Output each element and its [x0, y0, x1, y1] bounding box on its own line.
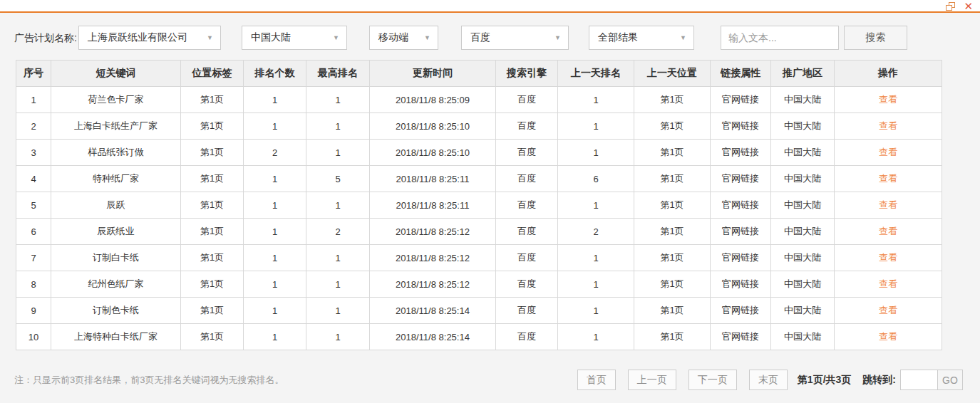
footnote: 注：只显示前3页排名结果，前3页无排名关键词视为无搜索排名。 — [14, 374, 284, 387]
table-row: 8 纪州色纸厂家 第1页 1 1 2018/11/8 8:25:12 百度 1 … — [16, 271, 942, 298]
restore-window-icon[interactable] — [946, 2, 955, 11]
cell-prev-day-rank: 6 — [558, 166, 634, 192]
region-dropdown-value: 中国大陆 — [251, 31, 291, 44]
engine-dropdown-value: 百度 — [470, 31, 490, 44]
cell-prev-day-position: 第1页 — [634, 298, 711, 324]
last-page-button[interactable]: 末页 — [749, 370, 788, 390]
cell-update-time: 2018/11/8 8:25:12 — [370, 219, 496, 245]
cell-keyword: 订制白卡纸 — [51, 245, 181, 271]
cell-action: 查看 — [835, 113, 942, 140]
cell-position-tag: 第1页 — [181, 298, 244, 324]
cell-update-time: 2018/11/8 8:25:09 — [370, 87, 496, 113]
chevron-down-icon: ▼ — [680, 34, 686, 41]
table-row: 5 辰跃 第1页 1 1 2018/11/8 8:25:11 百度 1 第1页 … — [16, 192, 942, 219]
cell-position-tag: 第1页 — [181, 271, 244, 298]
cell-search-engine: 百度 — [496, 113, 558, 140]
cell-promo-region: 中国大陆 — [771, 324, 835, 350]
cell-search-engine: 百度 — [496, 271, 558, 298]
cell-link-attr: 官网链接 — [711, 140, 771, 166]
cell-index: 3 — [16, 140, 51, 166]
view-link[interactable]: 查看 — [879, 278, 897, 289]
col-top-rank: 最高排名 — [306, 61, 370, 87]
cell-prev-day-position: 第1页 — [634, 113, 711, 140]
campaign-name-label: 广告计划名称: — [14, 26, 77, 50]
result-type-dropdown[interactable]: 全部结果 ▼ — [589, 26, 694, 50]
col-position-tag: 位置标签 — [181, 61, 244, 87]
view-link[interactable]: 查看 — [879, 147, 897, 157]
col-update-time: 更新时间 — [370, 61, 496, 87]
cell-top-rank: 1 — [306, 324, 370, 350]
cell-prev-day-rank: 1 — [558, 113, 634, 140]
cell-promo-region: 中国大陆 — [771, 192, 835, 219]
prev-page-button[interactable]: 上一页 — [628, 370, 676, 390]
col-promo-region: 推广地区 — [771, 61, 835, 87]
cell-update-time: 2018/11/8 8:25:12 — [370, 245, 496, 271]
cell-action: 查看 — [835, 219, 942, 245]
cell-keyword: 样品纸张订做 — [51, 140, 181, 166]
view-link[interactable]: 查看 — [879, 173, 897, 184]
search-input[interactable] — [721, 26, 839, 50]
cell-keyword: 上海特种白卡纸厂家 — [51, 324, 181, 350]
cell-keyword: 纪州色纸厂家 — [51, 271, 181, 298]
device-dropdown[interactable]: 移动端 ▼ — [369, 26, 438, 50]
next-page-button[interactable]: 下一页 — [688, 370, 737, 390]
view-link[interactable]: 查看 — [879, 94, 897, 105]
col-action: 操作 — [835, 61, 942, 87]
cell-prev-day-position: 第1页 — [634, 271, 711, 298]
cell-top-rank: 1 — [306, 140, 370, 166]
jump-to-label: 跳转到: — [862, 374, 896, 387]
cell-position-tag: 第1页 — [181, 113, 244, 140]
cell-promo-region: 中国大陆 — [771, 298, 835, 324]
titlebar: ✕ — [0, 0, 980, 13]
cell-promo-region: 中国大陆 — [771, 271, 835, 298]
cell-index: 7 — [16, 245, 51, 271]
chevron-down-icon: ▼ — [207, 34, 213, 41]
cell-link-attr: 官网链接 — [711, 245, 771, 271]
engine-dropdown[interactable]: 百度 ▼ — [461, 26, 569, 50]
cell-rank-count: 2 — [244, 140, 306, 166]
cell-rank-count: 1 — [244, 113, 306, 140]
cell-action: 查看 — [835, 87, 942, 113]
cell-update-time: 2018/11/8 8:25:12 — [370, 271, 496, 298]
table-row: 4 特种纸厂家 第1页 1 5 2018/11/8 8:25:11 百度 6 第… — [16, 166, 942, 192]
cell-index: 5 — [16, 192, 51, 219]
region-dropdown[interactable]: 中国大陆 ▼ — [242, 26, 347, 50]
cell-position-tag: 第1页 — [181, 192, 244, 219]
cell-rank-count: 1 — [244, 166, 306, 192]
cell-promo-region: 中国大陆 — [771, 140, 835, 166]
col-keyword: 短关键词 — [51, 61, 181, 87]
cell-promo-region: 中国大陆 — [771, 245, 835, 271]
view-link[interactable]: 查看 — [879, 305, 897, 315]
view-link[interactable]: 查看 — [879, 252, 897, 263]
cell-link-attr: 官网链接 — [711, 87, 771, 113]
cell-action: 查看 — [835, 298, 942, 324]
campaign-dropdown[interactable]: 上海辰跃纸业有限公司 ▼ — [78, 26, 221, 50]
cell-position-tag: 第1页 — [181, 245, 244, 271]
view-link[interactable]: 查看 — [879, 331, 897, 342]
result-type-dropdown-value: 全部结果 — [598, 31, 638, 44]
close-icon[interactable]: ✕ — [964, 1, 973, 11]
view-link[interactable]: 查看 — [879, 120, 897, 131]
page-info: 第1页/共3页 — [798, 374, 851, 387]
view-link[interactable]: 查看 — [879, 226, 897, 236]
cell-update-time: 2018/11/8 8:25:14 — [370, 324, 496, 350]
cell-action: 查看 — [835, 140, 942, 166]
cell-prev-day-rank: 1 — [558, 245, 634, 271]
first-page-button[interactable]: 首页 — [577, 370, 616, 390]
table-row: 9 订制色卡纸 第1页 1 1 2018/11/8 8:25:14 百度 1 第… — [16, 298, 942, 324]
go-button[interactable]: GO — [937, 370, 963, 390]
table-row: 10 上海特种白卡纸厂家 第1页 1 1 2018/11/8 8:25:14 百… — [16, 324, 942, 350]
jump-to-input[interactable] — [900, 370, 938, 390]
cell-position-tag: 第1页 — [181, 166, 244, 192]
pagination: 首页 上一页 下一页 末页 第1页/共3页 跳转到: GO — [577, 370, 963, 390]
search-button[interactable]: 搜索 — [844, 26, 907, 50]
cell-prev-day-rank: 1 — [558, 298, 634, 324]
cell-link-attr: 官网链接 — [711, 271, 771, 298]
view-link[interactable]: 查看 — [879, 199, 897, 210]
cell-prev-day-position: 第1页 — [634, 245, 711, 271]
cell-keyword: 上海白卡纸生产厂家 — [51, 113, 181, 140]
cell-action: 查看 — [835, 192, 942, 219]
chevron-down-icon: ▼ — [424, 34, 430, 41]
cell-index: 9 — [16, 298, 51, 324]
cell-rank-count: 1 — [244, 298, 306, 324]
